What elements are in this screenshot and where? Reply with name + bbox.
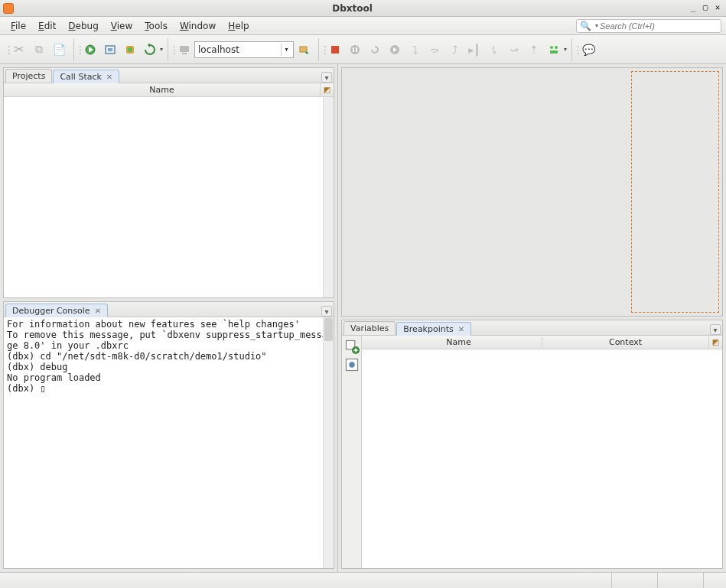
breakpoints-table: Name Context ◩ [362, 336, 722, 568]
tab-projects-label: Projects [12, 71, 45, 81]
step-instr-button[interactable]: ⤹ [485, 41, 503, 59]
debugger-console-body[interactable]: For information about new features see `… [4, 317, 334, 568]
search-input[interactable] [598, 21, 718, 31]
tab-breakpoints-label: Breakpoints [403, 324, 454, 334]
host-value: localhost [198, 44, 239, 55]
stop-button[interactable] [326, 41, 344, 59]
tab-debugger-console[interactable]: Debugger Console ✕ [5, 304, 108, 317]
toolbar-group-host: localhost ▾ [168, 38, 318, 61]
menu-view[interactable]: View [105, 19, 138, 33]
window-maximize-button[interactable]: ▢ [700, 3, 711, 14]
cut-button[interactable]: ✂ [10, 41, 28, 59]
toolbar-group-edit: ✂ ⧉ 📄 [3, 38, 73, 61]
main-toolbar: ✂ ⧉ 📄 ▾ localhost ▾ [0, 35, 726, 64]
menu-file[interactable]: File [5, 19, 32, 33]
tab-breakpoints[interactable]: Breakpoints ✕ [396, 322, 471, 336]
tabstrip-menu-button[interactable]: ▾ [710, 324, 721, 335]
debugger-console-text: For information about new features see `… [4, 317, 334, 395]
breakpoints-tabstrip: Variables Breakpoints ✕ ▾ [342, 320, 722, 336]
svg-point-4 [128, 47, 132, 52]
add-breakpoint-button[interactable] [344, 339, 360, 354]
paste-button[interactable]: 📄 [50, 41, 68, 59]
callstack-column-name[interactable]: Name [4, 85, 320, 95]
statusbar-segment-2 [657, 573, 703, 588]
tab-debugger-console-label: Debugger Console [12, 306, 90, 316]
close-icon[interactable]: ✕ [106, 73, 112, 81]
svg-rect-11 [356, 47, 357, 52]
attach-button[interactable] [101, 41, 119, 59]
step-into-button[interactable]: ⤵ [405, 41, 424, 59]
left-column: Projects Call Stack ✕ ▾ Name ◩ Debugger … [0, 64, 338, 572]
host-add-button[interactable] [295, 41, 313, 59]
svg-rect-10 [353, 47, 354, 52]
breakpoints-toolbar [342, 336, 362, 568]
breakpoints-panel: Variables Breakpoints ✕ ▾ [341, 320, 723, 569]
close-icon[interactable]: ✕ [95, 307, 101, 315]
tab-call-stack-label: Call Stack [60, 72, 101, 82]
window-title: Dbxtool [18, 3, 686, 14]
step-out-button[interactable]: ⤴ [445, 41, 464, 59]
column-config-button[interactable]: ◩ [708, 336, 722, 349]
menu-debug[interactable]: Debug [62, 19, 104, 33]
chevron-down-icon[interactable]: ▾ [281, 44, 291, 56]
step-over-button[interactable]: ⤼ [425, 41, 444, 59]
host-icon [175, 41, 194, 59]
make-caller-current-button[interactable]: ⇡ [525, 41, 543, 59]
search-wrap: 🔍 ▾ [576, 19, 721, 33]
continue-button[interactable] [386, 41, 404, 59]
restart-button[interactable] [366, 41, 384, 59]
menu-help[interactable]: Help [222, 19, 255, 33]
editor-area[interactable] [341, 67, 723, 317]
toggle-balloon-button[interactable]: 💬 [579, 41, 597, 59]
window-close-button[interactable]: ✕ [712, 3, 723, 14]
breakpoints-body: Name Context ◩ [342, 336, 722, 568]
run-dropdown-icon[interactable]: ▾ [564, 46, 567, 53]
debugger-console-panel: Debugger Console ✕ ▾ For information abo… [3, 301, 334, 569]
breakpoints-column-name[interactable]: Name [376, 337, 542, 347]
breakpoints-list[interactable] [362, 349, 722, 568]
breakpoints-column-header: Name Context ◩ [362, 336, 722, 349]
breakpoint-settings-button[interactable] [344, 357, 360, 372]
tab-projects[interactable]: Projects [5, 69, 52, 83]
main-zone: Projects Call Stack ✕ ▾ Name ◩ Debugger … [0, 64, 726, 572]
menu-window[interactable]: Window [174, 19, 222, 33]
callstack-panel: Projects Call Stack ✕ ▾ Name ◩ [3, 67, 334, 298]
status-bar [0, 572, 726, 588]
run-to-cursor-button[interactable]: ▸┃ [465, 41, 483, 59]
svg-point-14 [555, 46, 558, 49]
pause-button[interactable] [346, 41, 364, 59]
step-over-instr-button[interactable]: ⤻ [505, 41, 523, 59]
window-minimize-button[interactable]: _ [688, 3, 698, 14]
debug-config-button[interactable] [545, 41, 563, 59]
svg-rect-15 [550, 50, 558, 54]
tabstrip-menu-button[interactable]: ▾ [321, 306, 332, 317]
copy-button[interactable]: ⧉ [30, 41, 48, 59]
callstack-tabstrip: Projects Call Stack ✕ ▾ [4, 68, 334, 83]
column-config-button[interactable]: ◩ [320, 83, 334, 96]
statusbar-segment-3 [703, 573, 726, 588]
menu-edit[interactable]: Edit [32, 19, 62, 33]
svg-point-13 [550, 46, 553, 49]
debug-dropdown-icon[interactable]: ▾ [160, 46, 163, 53]
close-icon[interactable]: ✕ [458, 325, 464, 333]
menu-bar: File Edit Debug View Tools Window Help 🔍… [0, 17, 726, 35]
svg-point-9 [350, 45, 360, 54]
svg-point-19 [349, 362, 355, 368]
debug-executable-button[interactable] [81, 41, 99, 59]
callstack-body[interactable] [4, 97, 334, 297]
tab-call-stack[interactable]: Call Stack ✕ [53, 70, 119, 83]
svg-rect-2 [108, 48, 112, 51]
menu-tools[interactable]: Tools [138, 19, 174, 33]
tab-variables[interactable]: Variables [343, 321, 396, 335]
console-scrollbar[interactable] [323, 317, 334, 568]
toolbar-group-run: ⤵ ⤼ ⤴ ▸┃ ⤹ ⤻ ⇡ ▾ [318, 38, 571, 61]
title-bar: Dbxtool _ ▢ ✕ [0, 0, 726, 17]
callstack-scrollbar[interactable] [323, 97, 334, 297]
breakpoints-column-context[interactable]: Context [542, 337, 708, 347]
host-combo[interactable]: localhost ▾ [194, 41, 294, 58]
svg-rect-8 [331, 46, 339, 54]
debug-core-button[interactable] [121, 41, 139, 59]
statusbar-segment-1 [611, 573, 657, 588]
tabstrip-menu-button[interactable]: ▾ [321, 72, 332, 83]
debug-most-recent-button[interactable] [141, 41, 159, 59]
